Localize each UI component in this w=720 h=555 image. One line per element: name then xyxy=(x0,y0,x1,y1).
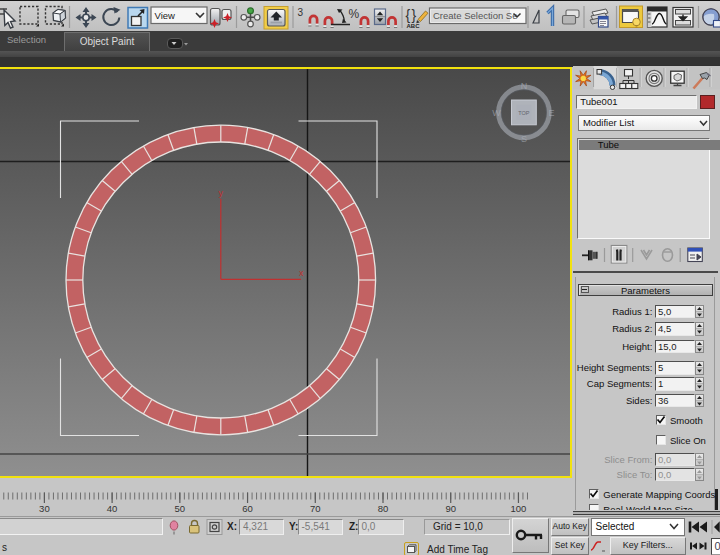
svg-text:}: } xyxy=(412,7,417,23)
svg-text:N: N xyxy=(521,81,528,91)
svg-text:3: 3 xyxy=(298,7,304,18)
svg-text:Create Selection Se: Create Selection Se xyxy=(433,10,518,21)
svg-text:TOP: TOP xyxy=(518,110,530,116)
svg-text:100: 100 xyxy=(511,503,527,514)
svg-text:ABC: ABC xyxy=(407,23,421,29)
svg-text:90: 90 xyxy=(445,503,456,514)
svg-text:View: View xyxy=(155,10,176,21)
svg-text:30: 30 xyxy=(39,503,50,514)
svg-text:E: E xyxy=(548,108,554,118)
svg-text:W: W xyxy=(492,108,501,118)
svg-text:x: x xyxy=(299,268,304,278)
svg-text:50: 50 xyxy=(175,503,186,514)
svg-text:{: { xyxy=(406,7,411,23)
svg-text:%: % xyxy=(349,7,360,21)
svg-text:70: 70 xyxy=(310,503,321,514)
svg-text:y: y xyxy=(219,188,224,198)
svg-text:80: 80 xyxy=(378,503,389,514)
svg-text:S: S xyxy=(521,134,527,144)
svg-text:40: 40 xyxy=(107,503,118,514)
svg-text:60: 60 xyxy=(242,503,253,514)
